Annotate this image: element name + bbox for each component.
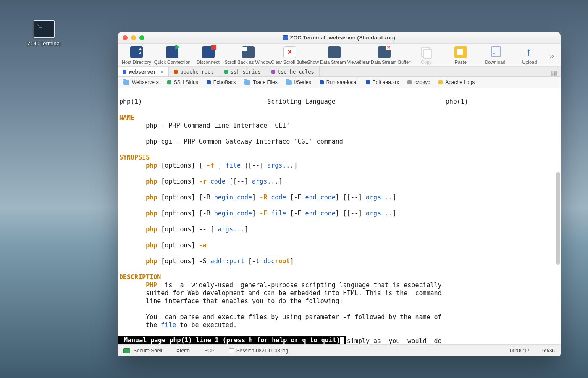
copy-icon: [420, 46, 433, 58]
desktop-icon-zoc[interactable]: ZOC Terminal: [23, 20, 65, 47]
copy-button[interactable]: Copy: [412, 46, 441, 65]
bm-echoback[interactable]: EchoBack: [207, 79, 236, 85]
window-title: ZOC Terminal: webserver (Standard.zoc): [118, 34, 561, 41]
paste-icon: [454, 46, 467, 58]
pager-status: Manual page php(1) line 1 (press h for h…: [118, 336, 346, 344]
status-time: 00:06:17: [510, 348, 530, 354]
status-shell: Secure Shell: [134, 348, 162, 354]
bm-edit-aaa-zrx[interactable]: Edit aaa.zrx: [366, 79, 399, 85]
disconnect-button[interactable]: Disconnect: [194, 46, 223, 65]
tab-tso-hercules[interactable]: tso-hercules: [266, 67, 320, 76]
zoom-button[interactable]: [139, 35, 144, 40]
clear-data-icon: [378, 46, 391, 58]
bm-ssh-sirius[interactable]: SSH Sirius: [167, 79, 198, 85]
upload-button[interactable]: Upload: [515, 46, 544, 65]
bookmark-bar: Webservers SSH Sirius EchoBack Trace Fil…: [118, 77, 561, 88]
tab-ssh-sirius[interactable]: ssh-sirius: [219, 67, 266, 76]
viewer-icon: [328, 46, 341, 58]
folder-icon: [244, 80, 250, 85]
status-proto: SCP: [204, 348, 215, 354]
checkbox-icon[interactable]: [229, 348, 234, 353]
tab-apache-root[interactable]: apache-root: [169, 67, 219, 76]
titlebar: ZOC Terminal: webserver (Standard.zoc): [118, 32, 561, 44]
connect-icon: [166, 46, 178, 58]
disconnect-icon: [202, 46, 215, 58]
scroll-back-button[interactable]: Scroll Back as Window: [228, 46, 268, 65]
status-bar: Secure Shell Xterm SCP Session-0821-0103…: [118, 344, 561, 356]
close-button[interactable]: [123, 35, 128, 40]
scrollbar-thumb[interactable]: [556, 172, 560, 265]
folder-icon: [286, 80, 292, 85]
folder-icon: [123, 80, 129, 85]
clear-icon: [284, 46, 296, 58]
bm-apache-logs[interactable]: Apache Logs: [438, 79, 475, 85]
bm-run-aaa-local[interactable]: Run aaa-local: [320, 79, 357, 85]
tab-bar: webserver× apache-root ssh-sirius tso-he…: [118, 67, 561, 77]
download-button[interactable]: Download: [480, 46, 510, 65]
tab-overview-icon[interactable]: ▦: [551, 69, 557, 77]
app-window: ZOC Terminal: webserver (Standard.zoc) H…: [118, 32, 561, 356]
show-data-button[interactable]: Show Data Stream Viewer: [311, 46, 357, 65]
quick-connection-button[interactable]: Quick Connection: [156, 46, 189, 65]
bm-iseries[interactable]: i/Series: [286, 79, 311, 85]
minimize-button[interactable]: [131, 35, 136, 40]
connection-icon: [123, 348, 130, 353]
desktop-icon-label: ZOC Terminal: [23, 40, 65, 47]
scrollback-icon: [242, 46, 255, 58]
tab-webserver[interactable]: webserver×: [118, 67, 169, 76]
status-pos: 59/36: [542, 348, 555, 354]
host-directory-button[interactable]: Host Directory: [122, 46, 151, 65]
upload-icon: [523, 46, 536, 58]
toolbar-overflow-button[interactable]: »: [549, 51, 556, 60]
bm-sirius-cyr[interactable]: сириус: [407, 79, 430, 85]
book-icon: [130, 46, 143, 58]
download-icon: [489, 46, 501, 58]
terminal-viewport[interactable]: php(1) Scripting Language php(1) NAME ph…: [118, 88, 561, 344]
close-tab-icon[interactable]: ×: [160, 69, 163, 75]
status-term: Xterm: [176, 348, 190, 354]
terminal-icon: [34, 20, 55, 38]
bm-webservers[interactable]: Webservers: [123, 79, 159, 85]
terminal-content: php(1) Scripting Language php(1) NAME ph…: [118, 88, 556, 344]
toolbar: Host Directory Quick Connection Disconne…: [118, 44, 561, 67]
paste-button[interactable]: Paste: [446, 46, 475, 65]
clear-data-button[interactable]: Clear Data Stream Buffer: [362, 46, 407, 65]
bm-trace-files[interactable]: Trace Files: [244, 79, 278, 85]
status-log[interactable]: Session-0821-0103.log: [229, 348, 288, 354]
clear-scroll-button[interactable]: Clear Scroll Buffer: [273, 46, 306, 65]
